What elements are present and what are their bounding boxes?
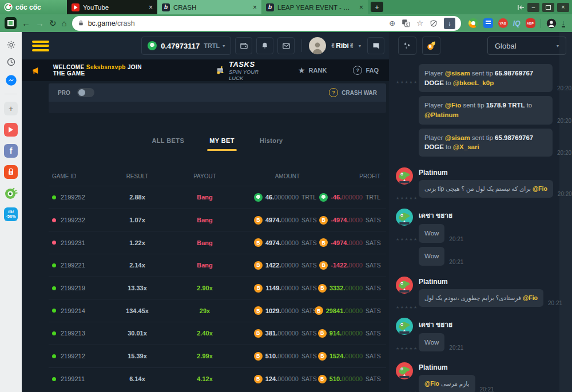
crash-war-link[interactable]: ? CRASH WAR: [329, 88, 377, 97]
mention[interactable]: @Fio: [523, 294, 538, 301]
status-dot-green: [52, 309, 56, 313]
table-row[interactable]: 2199219 13.33x 2.90x 1149.00000SATS 3332…: [49, 277, 386, 300]
chat-message-list[interactable]: ★★★★★ Player @sisam sent tip 65.98769767…: [389, 59, 572, 392]
timestamp: 20:20: [557, 150, 571, 157]
tab-history[interactable]: History: [260, 137, 283, 151]
chat-username[interactable]: Platinum: [419, 363, 567, 371]
table-header: GAME ID RESULT PAYOUT AMOUNT PROFIT: [49, 167, 386, 186]
mention[interactable]: @sisam: [445, 70, 470, 77]
notifications-bell-button[interactable]: [256, 37, 273, 54]
table-row[interactable]: 2199211 6.14x 4.12x 124.000000SATS 510.0…: [49, 368, 386, 391]
bookmark-star-icon[interactable]: ☆: [416, 19, 423, 27]
avatar[interactable]: [396, 318, 413, 335]
tab-close-icon[interactable]: ×: [253, 3, 257, 11]
dock-window-icon[interactable]: [518, 5, 525, 10]
yab-extension-icon[interactable]: YAB: [498, 18, 508, 28]
tab-leap-year-event[interactable]: b LEAP YEAR EVENT - □Event - ×: [261, 0, 368, 14]
faq-link[interactable]: ? FAQ: [353, 66, 379, 75]
avatar[interactable]: [396, 209, 413, 226]
mention[interactable]: @Fio: [533, 185, 547, 192]
browser-toolbar: ← → ↻ ⌂ bc.game/crash ⊕ ☆: [0, 14, 572, 32]
chat-username[interactable]: เดชา ขยาย: [419, 319, 567, 330]
username-label[interactable]: ✌Ribi✌: [330, 42, 355, 50]
download-page-button[interactable]: ↓: [444, 18, 455, 29]
history-clock-icon[interactable]: [6, 57, 16, 67]
profile-icon[interactable]: [546, 18, 557, 29]
facebook-shortcut-icon[interactable]: f: [4, 144, 18, 158]
tab-close-icon[interactable]: ×: [359, 3, 363, 11]
promo-banner: WELCOME Seksbsnxvpb JOIN THE GAME TASKS: [22, 59, 389, 81]
chat-username[interactable]: เดชา ขยาย: [419, 210, 567, 221]
minimize-button[interactable]: –: [527, 3, 539, 12]
adblock-extension-icon[interactable]: ABP: [526, 18, 535, 28]
zoom-page-icon[interactable]: ⊕: [389, 19, 395, 27]
coin-drop-button[interactable]: B: [422, 37, 440, 55]
shield-blocker-icon[interactable]: [430, 19, 438, 27]
address-bar[interactable]: bc.game/crash ⊕ ☆ ↓: [72, 16, 461, 31]
add-shortcut-button[interactable]: +: [4, 102, 18, 115]
chat-username[interactable]: Platinum: [419, 169, 567, 177]
messenger-icon[interactable]: [5, 74, 17, 86]
home-button[interactable]: ⌂: [62, 19, 67, 27]
avatar[interactable]: [396, 277, 413, 294]
table-row[interactable]: 2199213 30.01x 2.40x 381.000000SATS 914.…: [49, 322, 386, 345]
maximize-button[interactable]: [542, 3, 554, 12]
mention[interactable]: @Platinum: [424, 111, 459, 118]
balance-selector[interactable]: 0.47973117 TRTL ▾: [141, 37, 231, 55]
table-row[interactable]: 2199231 1.22x Bang 4974.00000SATS -4974.…: [49, 231, 386, 254]
iq-extension-icon[interactable]: IQ: [513, 19, 521, 27]
mention[interactable]: @bkoeL_k0p: [453, 79, 494, 86]
table-row[interactable]: 2199221 2.14x Bang 1422.00000SATS -1422.…: [49, 254, 386, 277]
user-avatar[interactable]: [309, 37, 326, 54]
table-row[interactable]: 2199214 134.45x 29x 1029.00000SATS 29841…: [49, 299, 386, 322]
tab-my-bet[interactable]: MY BET: [209, 137, 235, 151]
mention[interactable]: @sisam: [445, 134, 470, 141]
reload-button[interactable]: ↻: [49, 19, 57, 27]
wallet-button[interactable]: [235, 37, 252, 54]
rank-link[interactable]: ★ RANK: [298, 66, 327, 74]
back-button[interactable]: ←: [22, 19, 30, 27]
tab-all-bets[interactable]: ALL BETS: [152, 137, 184, 151]
tip-message-group: ★★★★★ Player @sisam sent tip 65.98769767…: [396, 64, 567, 161]
rain-tip-button[interactable]: [398, 37, 416, 55]
tab-crash-active[interactable]: b CRASH ×: [157, 0, 261, 14]
table-row[interactable]: 2199232 1.07x Bang 4974.00000SATS -4974.…: [49, 209, 386, 232]
chat-message-group: ★★★★★ เดชา ขยาย Wow 20:21: [396, 318, 567, 356]
chat-username[interactable]: Platinum: [419, 278, 567, 286]
messages-mail-button[interactable]: [277, 37, 295, 54]
chat-channel-select[interactable]: Global ▾: [487, 37, 566, 55]
menu-hamburger-icon[interactable]: [32, 41, 49, 51]
new-tab-button[interactable]: +: [371, 2, 383, 12]
shopee-shortcut-icon[interactable]: S: [4, 165, 18, 179]
tasks-link[interactable]: TASKS SPIN YOUR LUCK: [216, 60, 261, 81]
coccoc-shortcut-icon[interactable]: [4, 186, 18, 200]
pro-toggle[interactable]: [77, 88, 94, 97]
color-wheel-extension-icon[interactable]: [468, 18, 478, 28]
tab-youtube[interactable]: YouTube ×: [67, 0, 157, 14]
user-rating-stars: ★★★★★: [396, 237, 418, 242]
forward-button[interactable]: →: [35, 19, 44, 27]
chat-message-group: ★★★★★ เดชา ขยาย Wow 20:21 Wow 20:21: [396, 209, 567, 269]
open-chat-button[interactable]: [367, 37, 384, 54]
avatar[interactable]: [396, 167, 413, 185]
header-separator: [301, 39, 302, 52]
translate-extension-icon[interactable]: [483, 18, 493, 28]
table-row[interactable]: 2199252 2.88x Bang 46.0000000TRTL -46.00…: [49, 186, 386, 209]
tab-close-icon[interactable]: ×: [149, 3, 153, 11]
translate-icon[interactable]: [402, 19, 410, 27]
table-row[interactable]: 2199212 15.39x 2.99x 510.000000SATS 1524…: [49, 345, 386, 368]
tiki-shortcut-icon[interactable]: tiki -50%: [4, 207, 18, 221]
chevron-down-icon[interactable]: ▾: [359, 43, 361, 49]
close-window-button[interactable]: ×: [557, 3, 569, 12]
sidebar-toggle-icon[interactable]: [5, 17, 17, 29]
mention[interactable]: @Fio: [424, 380, 439, 387]
avatar[interactable]: [396, 362, 413, 379]
timestamp: 20:21: [449, 259, 463, 266]
youtube-shortcut-icon[interactable]: [4, 123, 18, 137]
maximize-icon: [546, 5, 551, 10]
settings-gear-icon[interactable]: [6, 40, 16, 50]
downloads-tray-icon[interactable]: ↓: [562, 19, 566, 27]
mention[interactable]: @X_sari: [453, 143, 479, 150]
lock-icon: [78, 19, 84, 27]
mention[interactable]: @Fio: [445, 102, 461, 109]
